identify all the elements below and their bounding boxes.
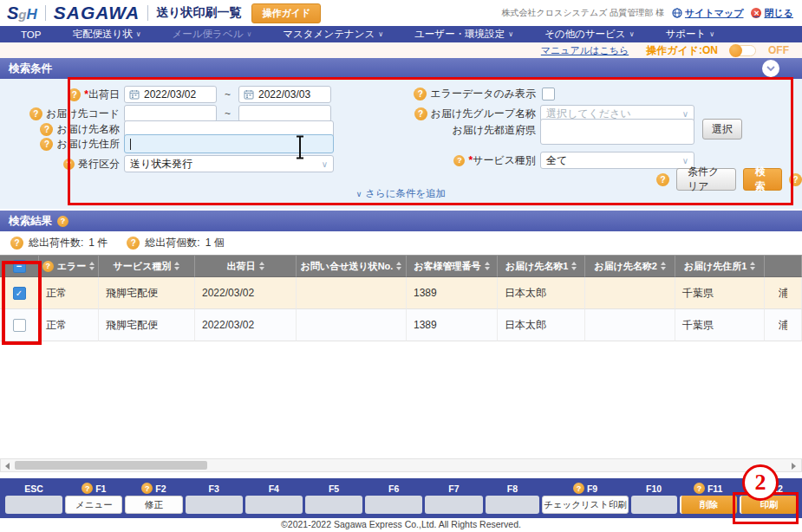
checklist-print-button[interactable]: チェックリスト印刷	[542, 496, 628, 514]
sort-icon[interactable]	[750, 262, 755, 270]
help-icon[interactable]: ?	[10, 237, 23, 250]
pref-select-button[interactable]: 選択	[702, 119, 742, 139]
shipment-count-label: 総出荷件数:	[29, 236, 83, 250]
nav-item-user-settings[interactable]: ユーザー・環境設定∨	[414, 28, 513, 41]
service-type-row: ?*サービス種別 全て∨	[383, 152, 694, 169]
function-key-bar: ESC ?F1 メニュー ?F2 修正 F3 F4 F5 F6 F7	[0, 478, 802, 518]
help-icon[interactable]: ?	[68, 88, 81, 101]
chevron-down-icon: ∨	[682, 109, 688, 119]
fnkey-label: F8	[507, 482, 518, 495]
service-type-select[interactable]: 全て∨	[540, 152, 694, 169]
nav-item-mail-label: メール便ラベル∨	[173, 28, 252, 41]
scrollbar-thumb[interactable]	[15, 461, 207, 470]
help-icon[interactable]: ?	[141, 483, 153, 494]
scroll-left-arrow-icon[interactable]	[5, 463, 10, 470]
edit-button[interactable]: 修正	[125, 496, 182, 514]
ship-date-to-input[interactable]: 2022/03/03	[238, 86, 331, 103]
cell-ship-date: 2022/03/02	[195, 309, 297, 341]
package-count-label: 総出荷個数:	[145, 236, 199, 250]
ship-date-row: ?*出荷日 2022/03/02 ~ 2022/03/03	[17, 86, 331, 103]
nav-item-support[interactable]: サポート∨	[665, 28, 714, 41]
divider	[147, 5, 148, 21]
sort-icon[interactable]	[485, 262, 490, 270]
esc-button[interactable]	[5, 496, 62, 514]
menu-button[interactable]: メニュー	[65, 496, 122, 514]
help-icon[interactable]: ?	[40, 138, 53, 151]
nav-item-master-maintenance[interactable]: マスタメンテナンス∨	[283, 28, 383, 41]
chevron-down-icon	[766, 66, 775, 71]
issue-type-row: ?発行区分 送り状未発行∨	[17, 155, 334, 172]
dest-code-row: ?お届け先コード ~	[17, 105, 331, 122]
operation-guide-button[interactable]: 操作ガイド	[251, 3, 321, 23]
fnkey-label: F5	[329, 482, 339, 495]
cell-error: 正常	[39, 309, 99, 341]
manual-link[interactable]: マニュアルはこちら	[541, 44, 629, 57]
cell-error: 正常	[39, 277, 99, 309]
help-icon[interactable]: ?	[414, 88, 427, 101]
collapse-panel-button[interactable]	[762, 60, 779, 77]
help-icon[interactable]: ?	[753, 483, 765, 494]
f4-button	[245, 496, 303, 514]
fnkey-label: ?F12	[753, 482, 783, 495]
search-results-header: 検索結果 ?	[0, 211, 802, 231]
row-checkbox-checked[interactable]: ✓	[13, 287, 26, 300]
print-button[interactable]: 印刷	[740, 496, 797, 514]
dest-code-to-input[interactable]	[238, 105, 331, 122]
help-icon[interactable]: ?	[63, 159, 75, 170]
issue-type-select[interactable]: 送り状未発行∨	[124, 155, 334, 172]
nav-item-parcel-label[interactable]: 宅配便送り状∨	[72, 28, 140, 41]
add-more-conditions-link[interactable]: ∨さらに条件を追加	[0, 187, 802, 200]
calendar-icon	[129, 89, 140, 100]
issue-type-label: 発行区分	[78, 157, 120, 172]
range-tilde: ~	[225, 107, 231, 120]
help-icon[interactable]: ?	[453, 155, 465, 166]
select-all-checkbox[interactable]: −	[13, 260, 26, 273]
sitemap-link[interactable]: サイトマップ	[672, 7, 744, 20]
dest-pref-textarea[interactable]	[540, 119, 694, 145]
cell-name2	[585, 277, 675, 309]
search-conditions-panel: ?*出荷日 2022/03/02 ~ 2022/03/03 ?お届け先コード ~…	[0, 79, 802, 209]
help-icon[interactable]: ?	[127, 237, 140, 250]
scroll-right-arrow-icon[interactable]	[792, 463, 796, 470]
header-name1: お届け先名称1	[498, 255, 585, 277]
dest-code-from-input[interactable]	[124, 105, 217, 122]
nav-item-top[interactable]: TOP	[21, 29, 41, 40]
sort-icon[interactable]	[571, 262, 577, 270]
dest-addr-input[interactable]	[124, 134, 334, 153]
fnkey-f5: F5	[305, 482, 362, 518]
sort-icon[interactable]	[89, 262, 95, 270]
help-icon[interactable]: ?	[57, 216, 68, 227]
help-icon[interactable]: ?	[82, 483, 93, 494]
help-icon[interactable]: ?	[694, 483, 705, 494]
nav-label: ユーザー・環境設定	[414, 28, 505, 41]
search-results-title: 検索結果	[9, 214, 52, 229]
fnkey-esc: ESC	[5, 482, 62, 518]
fnkey-f7: F7	[425, 482, 482, 518]
help-icon[interactable]: ?	[656, 173, 669, 186]
delete-button[interactable]: 削除	[680, 496, 737, 514]
fnkey-f12: ?F12 印刷	[740, 482, 797, 518]
help-icon[interactable]: ?	[42, 261, 54, 272]
fnkey-f8: F8	[486, 482, 540, 518]
horizontal-scrollbar[interactable]	[0, 458, 802, 472]
help-icon[interactable]: ?	[29, 107, 42, 120]
help-icon[interactable]: ?	[573, 483, 584, 494]
sort-icon[interactable]	[661, 262, 666, 270]
f10-button	[631, 496, 677, 514]
chevron-down-icon: ∨	[378, 30, 383, 38]
ship-date-from-input[interactable]: 2022/03/02	[124, 86, 217, 103]
error-only-checkbox[interactable]	[542, 88, 555, 101]
fnkey-label: ?F1	[82, 482, 106, 495]
row-checkbox[interactable]	[13, 319, 26, 332]
close-link[interactable]: ✕ 閉じる	[751, 7, 793, 20]
fnkey-f9: ?F9 チェックリスト印刷	[542, 482, 628, 518]
help-icon[interactable]: ?	[789, 173, 802, 186]
sort-icon[interactable]	[259, 262, 264, 270]
logo-letter: g	[18, 7, 26, 22]
table-row: 正常 飛脚宅配便 2022/03/02 1389 日本太郎 千葉県 浦	[0, 309, 802, 341]
sort-icon[interactable]	[174, 262, 179, 270]
sort-icon[interactable]	[396, 262, 401, 270]
guide-toggle-switch[interactable]	[730, 45, 756, 56]
globe-icon	[672, 8, 682, 18]
nav-item-other-services[interactable]: その他のサービス∨	[544, 28, 634, 41]
